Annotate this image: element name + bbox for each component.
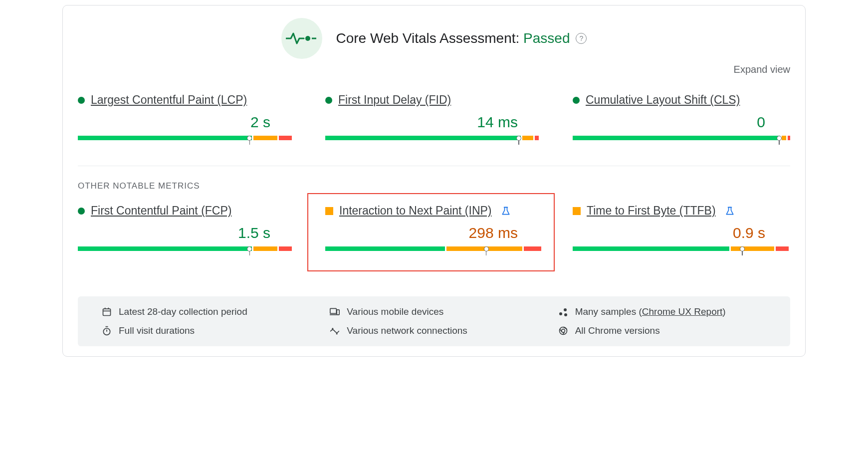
status-good-icon bbox=[78, 97, 85, 104]
assessment-title-text: Core Web Vitals Assessment: bbox=[336, 30, 524, 46]
svg-point-12 bbox=[564, 308, 567, 311]
metric-lcp-name-link[interactable]: Largest Contentful Paint (LCP) bbox=[91, 93, 247, 107]
metric-lcp-gauge bbox=[78, 136, 295, 146]
metric-fcp-value: 1.5 s bbox=[78, 225, 295, 241]
devices-icon bbox=[330, 307, 340, 317]
gauge-segment-red bbox=[279, 136, 292, 140]
footer-devices-text: Various mobile devices bbox=[347, 306, 443, 317]
gauge-segment-green bbox=[325, 136, 521, 140]
metric-fid-name-link[interactable]: First Input Delay (FID) bbox=[338, 93, 451, 107]
card-header: Core Web Vitals Assessment: Passed ? bbox=[78, 18, 790, 59]
metric-ttfb: Time to First Byte (TTFB)0.9 s bbox=[573, 204, 790, 256]
metric-ttfb-value: 0.9 s bbox=[573, 225, 790, 241]
gauge-segment-green bbox=[78, 136, 252, 140]
gauge-segment-green bbox=[325, 246, 445, 251]
experimental-flask-icon bbox=[501, 206, 511, 216]
metric-ttfb-name-link[interactable]: Time to First Byte (TTFB) bbox=[587, 204, 716, 218]
status-good-icon bbox=[325, 97, 332, 104]
metric-fid: First Input Delay (FID)14 ms bbox=[325, 93, 543, 146]
gauge-marker-icon bbox=[247, 246, 252, 255]
assessment-title: Core Web Vitals Assessment: Passed ? bbox=[336, 30, 587, 46]
svg-rect-1 bbox=[312, 38, 316, 39]
web-vitals-card: Core Web Vitals Assessment: Passed ? Exp… bbox=[62, 5, 806, 357]
gauge-segment-red bbox=[788, 136, 790, 140]
calendar-icon bbox=[102, 307, 112, 317]
other-metrics-row: First Contentful Paint (FCP)1.5 sInterac… bbox=[78, 204, 790, 276]
svg-point-11 bbox=[559, 312, 562, 315]
gauge-segment-amber bbox=[253, 136, 277, 140]
metric-fid-value: 14 ms bbox=[325, 114, 543, 131]
gauge-segment-red bbox=[776, 246, 789, 251]
footer-chrome-versions-text: All Chrome versions bbox=[575, 325, 660, 336]
status-good-icon bbox=[78, 208, 85, 215]
metric-lcp-value: 2 s bbox=[78, 114, 295, 131]
footer-samples: Many samples (Chrome UX Report) bbox=[558, 306, 766, 317]
footer-collection-period-text: Latest 28-day collection period bbox=[119, 306, 247, 317]
gauge-segment-amber bbox=[782, 136, 786, 140]
metric-cls-value: 0 bbox=[573, 114, 790, 131]
network-icon bbox=[330, 326, 340, 336]
scatter-icon bbox=[558, 307, 568, 317]
svg-point-17 bbox=[332, 328, 333, 329]
status-needs-improvement-icon bbox=[573, 207, 581, 215]
footer-samples-text: Many samples (Chrome UX Report) bbox=[575, 306, 726, 317]
assessment-status: Passed bbox=[523, 30, 570, 46]
metric-inp-gauge bbox=[325, 246, 543, 256]
gauge-segment-red bbox=[524, 246, 541, 251]
footer-visit-durations-text: Full visit durations bbox=[119, 325, 195, 336]
status-good-icon bbox=[573, 97, 580, 104]
gauge-segment-amber bbox=[522, 136, 533, 140]
metric-lcp: Largest Contentful Paint (LCP)2 s bbox=[78, 93, 295, 146]
svg-rect-8 bbox=[330, 308, 337, 313]
gauge-segment-amber bbox=[253, 246, 277, 251]
gauge-marker-icon bbox=[516, 136, 521, 145]
help-icon[interactable]: ? bbox=[576, 33, 587, 44]
gauge-marker-icon bbox=[777, 136, 782, 145]
metric-fcp-gauge bbox=[78, 246, 295, 256]
footer-collection-period: Latest 28-day collection period bbox=[102, 306, 310, 317]
footer-connections-text: Various network connections bbox=[347, 325, 467, 336]
other-metrics-heading: OTHER NOTABLE METRICS bbox=[78, 181, 790, 191]
gauge-marker-icon bbox=[484, 246, 489, 255]
metric-ttfb-gauge bbox=[573, 246, 790, 256]
metric-inp: Interaction to Next Paint (INP)298 ms bbox=[325, 204, 543, 256]
gauge-segment-green bbox=[573, 246, 729, 251]
metric-fcp: First Contentful Paint (FCP)1.5 s bbox=[78, 204, 295, 256]
svg-point-18 bbox=[337, 333, 338, 334]
gauge-segment-amber bbox=[731, 246, 774, 251]
metric-fcp-name-link[interactable]: First Contentful Paint (FCP) bbox=[91, 204, 231, 218]
metric-fid-gauge bbox=[325, 136, 543, 146]
gauge-segment-red bbox=[535, 136, 539, 140]
vitals-pulse-icon bbox=[281, 18, 322, 59]
metric-cls: Cumulative Layout Shift (CLS)0 bbox=[573, 93, 790, 146]
chrome-icon bbox=[558, 326, 568, 336]
gauge-segment-red bbox=[279, 246, 292, 251]
svg-point-0 bbox=[305, 36, 310, 41]
footer-chrome-versions: All Chrome versions bbox=[558, 325, 766, 336]
core-metrics-row: Largest Contentful Paint (LCP)2 sFirst I… bbox=[78, 93, 790, 166]
stopwatch-icon bbox=[102, 326, 112, 336]
svg-rect-4 bbox=[103, 309, 111, 315]
gauge-marker-icon bbox=[740, 246, 745, 255]
footer-devices: Various mobile devices bbox=[330, 306, 538, 317]
data-provenance-panel: Latest 28-day collection period Various … bbox=[78, 296, 790, 346]
svg-point-13 bbox=[564, 313, 567, 316]
gauge-marker-icon bbox=[247, 136, 252, 145]
metric-inp-name-link[interactable]: Interaction to Next Paint (INP) bbox=[339, 204, 492, 218]
experimental-flask-icon bbox=[725, 206, 735, 216]
metric-cls-name-link[interactable]: Cumulative Layout Shift (CLS) bbox=[586, 93, 740, 107]
footer-connections: Various network connections bbox=[330, 325, 538, 336]
gauge-segment-green bbox=[573, 136, 780, 140]
metric-cls-gauge bbox=[573, 136, 790, 146]
chrome-ux-report-link[interactable]: Chrome UX Report bbox=[642, 306, 723, 317]
svg-rect-10 bbox=[337, 310, 339, 315]
status-needs-improvement-icon bbox=[325, 207, 333, 215]
footer-visit-durations: Full visit durations bbox=[102, 325, 310, 336]
section-divider bbox=[78, 166, 790, 166]
metric-inp-value: 298 ms bbox=[325, 225, 543, 241]
gauge-segment-green bbox=[78, 246, 252, 251]
expand-view-button[interactable]: Expand view bbox=[734, 64, 790, 75]
